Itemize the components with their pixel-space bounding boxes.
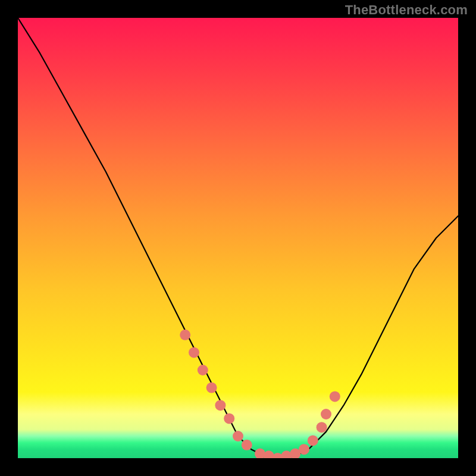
bottleneck-curve (18, 18, 458, 458)
plot-area (18, 18, 458, 458)
marker-dot (206, 383, 217, 393)
marker-dot (242, 440, 252, 450)
marker-dot (215, 400, 226, 411)
marker-dot (180, 330, 190, 340)
marker-dot (308, 435, 318, 446)
marker-dot (233, 431, 243, 441)
marker-dot (189, 347, 199, 358)
marker-dot (224, 413, 234, 424)
marker-group (180, 330, 340, 458)
marker-dot (299, 444, 309, 455)
curve-svg (18, 18, 458, 458)
chart-frame: TheBottleneck.com (0, 0, 476, 476)
marker-dot (198, 365, 208, 375)
marker-dot (321, 409, 331, 419)
marker-dot (330, 391, 340, 402)
watermark-text: TheBottleneck.com (345, 2, 468, 18)
marker-dot (317, 422, 327, 433)
